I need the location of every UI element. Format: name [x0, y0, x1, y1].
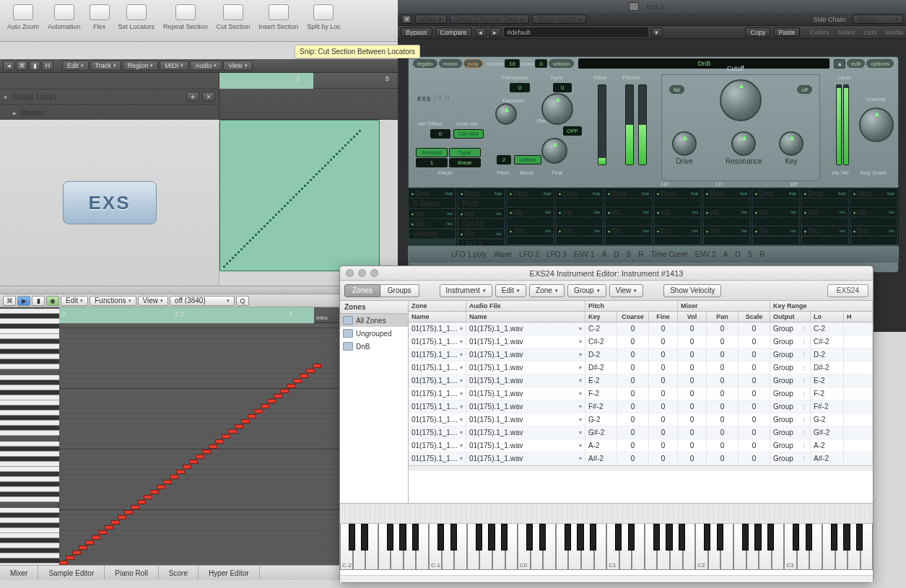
piano-roll-ruler[interactable]: 2 2.3 3 Intro	[59, 307, 339, 323]
white-key[interactable]	[822, 524, 835, 570]
inspector-tab[interactable]: Lists	[863, 29, 877, 36]
black-key[interactable]	[412, 524, 419, 550]
xfade-type[interactable]: linear	[449, 158, 481, 167]
mod-slot[interactable]: ▾DestbypPitch▾viainvCtrl #1▾SrcinvLFO 1	[457, 188, 506, 245]
mod-slot[interactable]: ▾Destbyp▾viainv▾Srcinv	[653, 188, 702, 245]
tab-sample-editor[interactable]: Sample Editor	[38, 566, 105, 580]
white-key[interactable]	[378, 524, 391, 570]
zones-groups-segment[interactable]: Zones Groups	[344, 284, 419, 297]
plugin-view-menu[interactable]: View	[415, 14, 447, 24]
global-tracks-header[interactable]: ▸ Global Tracks + ×	[0, 89, 219, 105]
add-global-track-button[interactable]: +	[186, 92, 199, 102]
black-key[interactable]	[361, 524, 367, 550]
table-row[interactable]: 01(175).1_1…▾01(175).1_1.wav▾C-200000Gro…	[409, 322, 873, 335]
filter-off-button[interactable]: off	[797, 85, 812, 94]
table-row[interactable]: 01(175).1_1…▾01(175).1_1.wav▾D-200000Gro…	[409, 348, 873, 361]
black-key[interactable]	[666, 524, 672, 550]
black-key[interactable]	[387, 524, 393, 550]
column-header[interactable]: Fine	[649, 312, 678, 322]
black-key[interactable]	[526, 524, 533, 550]
black-key[interactable]	[843, 524, 850, 550]
preset-menu-button[interactable]: ▾	[651, 27, 663, 37]
groups-tab[interactable]: Groups	[380, 284, 419, 297]
white-key[interactable]: C2	[695, 524, 708, 570]
q-button[interactable]: Q	[236, 296, 249, 306]
mono-mode[interactable]: mono	[439, 59, 462, 68]
toolbar-split-by-loc[interactable]: Split by Loc	[302, 4, 345, 40]
midi-out-toggle[interactable]: ◉	[46, 296, 59, 306]
horizontal-scrollbar[interactable]	[409, 465, 873, 471]
col-group-keyrange[interactable]: Key Range	[770, 301, 873, 311]
column-header[interactable]: Vol	[678, 312, 707, 322]
black-key[interactable]	[653, 524, 660, 550]
table-row[interactable]: 01(175).1_1…▾01(175).1_1.wav▾A#-200000Gr…	[409, 452, 873, 465]
column-header[interactable]: Scale	[739, 312, 770, 322]
zones-tab[interactable]: Zones	[344, 284, 380, 297]
show-channel-strip-menu[interactable]: Show Channel Strip	[450, 14, 529, 24]
instrument-badge[interactable]: EXS	[63, 181, 157, 224]
edit-button[interactable]: edit	[847, 59, 865, 68]
instrument-menu[interactable]: Instrument	[440, 284, 492, 297]
black-key[interactable]	[615, 524, 622, 550]
edit-menu[interactable]: Edit	[61, 296, 88, 306]
vel-offset-value[interactable]: 0	[430, 129, 450, 139]
column-header[interactable]: Pan	[707, 312, 739, 322]
level-slider-2[interactable]	[843, 84, 849, 165]
midi-in-toggle[interactable]: ▮	[32, 296, 45, 306]
minimize-icon[interactable]	[358, 269, 366, 277]
white-key[interactable]	[467, 524, 480, 570]
white-key[interactable]	[645, 524, 658, 570]
tune-knob[interactable]	[541, 93, 573, 125]
mod-slot[interactable]: ▾Destbyp▾viainv▾Srcinv	[752, 188, 801, 245]
tool-button[interactable]: H	[42, 61, 53, 71]
white-key[interactable]: C0	[518, 524, 531, 570]
black-key[interactable]	[476, 524, 482, 550]
cycle-range[interactable]	[59, 307, 314, 323]
midi-region[interactable]	[219, 120, 380, 271]
options-button[interactable]: options	[866, 59, 894, 68]
column-header[interactable]: Lo	[811, 312, 844, 322]
pitch-linked[interactable]: Linked	[514, 155, 541, 164]
next-preset-button[interactable]: ▸	[489, 27, 501, 37]
bar-ruler[interactable]: 3 5	[219, 73, 398, 89]
tab-hyper-editor[interactable]: Hyper Editor	[199, 566, 260, 580]
black-key[interactable]	[488, 524, 495, 550]
pane-divider[interactable]	[0, 286, 398, 294]
sidebar-item[interactable]: DnB	[340, 340, 408, 353]
level-slider[interactable]	[836, 84, 842, 165]
black-key[interactable]	[704, 524, 710, 550]
close-icon[interactable]	[346, 269, 354, 277]
marker-track-header[interactable]: ▸Marker	[0, 105, 219, 120]
bypass-button[interactable]: Bypass	[401, 27, 432, 37]
editor-keyboard[interactable]: C-2C-1C0C1C2C3	[340, 503, 873, 575]
mod-slot[interactable]: ▾Destbyp▾viainv▾Srcinv	[702, 188, 752, 245]
toolbar-set-locators[interactable]: Set Locators	[114, 4, 160, 40]
mod-slot[interactable]: ▾Destbyp▾viainv▾Srcinv	[801, 188, 850, 245]
legato-mode[interactable]: legato	[413, 59, 437, 68]
toolbar-cut-section[interactable]: Cut Section	[212, 4, 255, 40]
inspector-tab[interactable]: Media	[885, 29, 903, 36]
poly-mode[interactable]: poly	[463, 59, 483, 68]
track-lane[interactable]	[219, 120, 398, 286]
back-button[interactable]: ◂	[3, 61, 14, 71]
pitcher-slider-2[interactable]	[638, 84, 647, 165]
tab-score[interactable]: Score	[159, 566, 199, 580]
mod-slot[interactable]: ▾DestbypS.Select▾viainv▾SrcinvVelocity	[408, 188, 457, 245]
remove-global-track-button[interactable]: ×	[202, 92, 215, 102]
preset-display[interactable]: DnB	[578, 58, 829, 69]
black-key[interactable]	[501, 524, 508, 550]
table-row[interactable]: 01(175).1_1…▾01(175).1_1.wav▾E-200000Gro…	[409, 374, 873, 387]
toolbar-insert-section[interactable]: Insert Section	[254, 4, 302, 40]
black-key[interactable]	[349, 524, 355, 550]
volume-knob[interactable]	[859, 107, 894, 142]
toolbar-repeat-section[interactable]: Repeat Section	[159, 4, 212, 40]
key-knob[interactable]: Key	[779, 131, 803, 165]
white-key[interactable]	[733, 524, 746, 570]
group-menu[interactable]: Group	[567, 284, 606, 297]
white-key[interactable]: C-1	[429, 524, 442, 570]
view-menu[interactable]: View	[223, 61, 252, 71]
hold-via-value[interactable]: Ctrl #64	[453, 129, 484, 139]
zoom-icon[interactable]	[370, 269, 378, 277]
edit-menu[interactable]: Edit	[495, 284, 526, 297]
view-menu[interactable]: View	[609, 284, 644, 297]
